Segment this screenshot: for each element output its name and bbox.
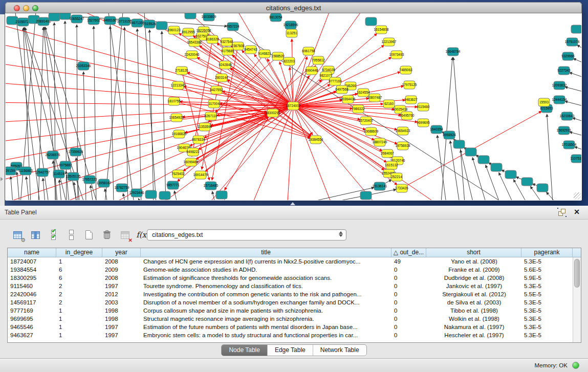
- graph-node[interactable]: 9857771: [166, 181, 180, 189]
- graph-node[interactable]: 8454743: [244, 46, 257, 54]
- graph-node[interactable]: 26206576: [46, 151, 60, 159]
- graph-node[interactable]: 15720407: [359, 117, 374, 125]
- graph-node[interactable]: 7955812: [312, 56, 325, 64]
- graph-node[interactable]: 20364436: [341, 95, 356, 103]
- graph-node[interactable]: 10807487: [367, 94, 382, 102]
- graph-node[interactable]: 9329966: [561, 52, 575, 60]
- graph-node[interactable]: 12093832: [552, 81, 567, 90]
- graph-node[interactable]: 1640354: [430, 125, 443, 134]
- graph-node[interactable]: [521, 178, 533, 186]
- graph-node[interactable]: 62160: [383, 100, 395, 108]
- table-row[interactable]: 1938455462009Genome-wide association stu…: [8, 266, 581, 274]
- column-header-year[interactable]: year: [102, 248, 141, 257]
- graph-node[interactable]: 15136141: [373, 182, 387, 190]
- graph-node[interactable]: 8813054: [269, 13, 282, 21]
- graph-node[interactable]: 17359924: [69, 148, 83, 156]
- panel-expand-arrow-icon[interactable]: [1, 177, 3, 181]
- graph-node[interactable]: 8990448: [305, 67, 318, 75]
- graph-node[interactable]: 6497568: [335, 85, 349, 94]
- graph-node[interactable]: 1733426: [395, 184, 408, 192]
- graph-node[interactable]: 8912955: [182, 28, 195, 36]
- graph-node[interactable]: 1810755: [167, 97, 181, 105]
- graph-node[interactable]: [145, 190, 157, 199]
- graph-node[interactable]: 19756928: [396, 142, 410, 150]
- graph-node[interactable]: 9975887: [59, 161, 72, 169]
- graph-node[interactable]: 9146821: [258, 50, 271, 58]
- graph-node[interactable]: 822203: [284, 57, 295, 65]
- graph-node[interactable]: 21053346: [76, 62, 91, 70]
- graph-node[interactable]: 7515526: [143, 20, 156, 28]
- graph-node[interactable]: 12213967: [382, 38, 397, 46]
- graph-node[interactable]: 9463627: [404, 96, 418, 104]
- graph-node[interactable]: 16099469: [184, 158, 199, 166]
- graph-node[interactable]: [185, 13, 196, 19]
- table-row[interactable]: 946554611997Estimation of the future num…: [8, 323, 581, 331]
- column-header-pagerank[interactable]: pagerank: [521, 248, 573, 257]
- graph-node[interactable]: 19654923: [396, 127, 410, 135]
- graph-node[interactable]: 8678334: [192, 136, 205, 144]
- table-select-dropdown[interactable]: citations_edges.txt: [147, 229, 346, 240]
- graph-node[interactable]: 12942757: [35, 168, 50, 177]
- graph-node[interactable]: 13505135: [66, 172, 81, 181]
- graph-node[interactable]: 16648784: [446, 48, 461, 56]
- graph-node[interactable]: 16033809: [202, 13, 216, 21]
- table-row[interactable]: 1456911722003Disruption of a novel membe…: [8, 298, 581, 307]
- table-settings-icon[interactable]: ⚙: [11, 229, 24, 241]
- graph-node[interactable]: [571, 25, 581, 33]
- graph-node[interactable]: 7625402: [171, 170, 185, 178]
- graph-node[interactable]: 16210643: [560, 112, 575, 120]
- table-scrollbar[interactable]: [573, 257, 581, 342]
- graph-node[interactable]: 16782759: [115, 184, 129, 192]
- tab-edge-table[interactable]: Edge Table: [267, 345, 313, 356]
- graph-node[interactable]: 317004: [208, 100, 220, 108]
- graph-node[interactable]: 19166825: [172, 130, 187, 138]
- table-row[interactable]: 911546021997Tourette syndrome. Phenomeno…: [8, 282, 581, 290]
- graph-node[interactable]: 12444154: [552, 96, 567, 104]
- graph-node[interactable]: 19384554: [309, 136, 323, 144]
- graph-node[interactable]: 113251: [286, 29, 297, 37]
- select-all-icon[interactable]: ✔ ✔: [47, 229, 59, 241]
- scrollbar-thumb[interactable]: [574, 259, 580, 288]
- graph-node[interactable]: 9242848: [219, 61, 232, 69]
- graph-node[interactable]: 1107533: [571, 155, 581, 163]
- graph-node[interactable]: 26495760: [400, 112, 415, 120]
- graph-node[interactable]: 2803144: [215, 74, 228, 82]
- select-column-icon[interactable]: [29, 229, 41, 241]
- graph-node[interactable]: 8960123: [167, 26, 181, 34]
- delete-table-icon[interactable]: [101, 229, 113, 241]
- graph-node[interactable]: 19218596: [284, 21, 298, 29]
- graph-node[interactable]: 9777169: [329, 77, 342, 85]
- graph-node[interactable]: 16543382: [187, 38, 202, 47]
- graph-node[interactable]: 39159: [6, 167, 16, 175]
- graph-node[interactable]: 7485063: [399, 66, 412, 74]
- graph-node[interactable]: [216, 191, 227, 199]
- table-row[interactable]: 1830029562008Estimation of significance …: [8, 274, 581, 282]
- tab-node-table[interactable]: Node Table: [222, 345, 267, 356]
- table-row[interactable]: 969969511998Structural magnetic resonanc…: [8, 315, 581, 323]
- graph-node[interactable]: [491, 163, 502, 171]
- graph-node[interactable]: 9115460: [417, 103, 430, 111]
- graph-node[interactable]: [159, 191, 170, 200]
- graph-node[interactable]: 12923446: [129, 189, 144, 197]
- graph-node[interactable]: 16914479: [193, 171, 208, 179]
- graph-node[interactable]: 8427552: [210, 86, 223, 94]
- tab-network-table[interactable]: Network Table: [313, 345, 366, 356]
- graph-node[interactable]: 22420046: [185, 51, 200, 59]
- graph-node[interactable]: 10655247: [70, 15, 84, 23]
- graph-node[interactable]: 15716485: [204, 182, 219, 190]
- graph-node[interactable]: 9699695: [417, 119, 430, 127]
- graph-node[interactable]: 8186328: [206, 35, 219, 43]
- graph-node[interactable]: 17957223: [82, 176, 97, 184]
- graph-node[interactable]: 13958167: [97, 179, 112, 187]
- graph-node[interactable]: 11353594: [198, 123, 212, 131]
- graph-node[interactable]: [156, 21, 167, 30]
- graph-node[interactable]: 9498222: [186, 148, 200, 156]
- graph-node[interactable]: 18724007: [286, 102, 301, 110]
- graph-node[interactable]: [49, 13, 60, 21]
- graph-node[interactable]: 7857224: [226, 23, 239, 31]
- graph-node[interactable]: 8267110: [205, 112, 217, 120]
- graph-node[interactable]: 15751074: [565, 38, 580, 46]
- graph-node[interactable]: 2684067: [381, 149, 394, 158]
- unselect-all-icon[interactable]: [65, 229, 77, 241]
- graph-node[interactable]: 17975125: [402, 81, 417, 89]
